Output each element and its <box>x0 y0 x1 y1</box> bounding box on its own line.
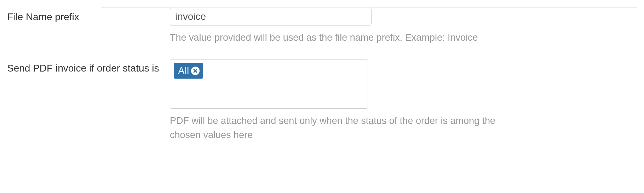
tag-all: All <box>174 63 203 79</box>
order-status-help: PDF will be attached and sent only when … <box>170 114 517 142</box>
file-name-prefix-control: The value provided will be used as the f… <box>170 8 637 45</box>
tag-label: All <box>178 64 189 77</box>
form-row-order-status: Send PDF invoice if order status is All … <box>7 59 637 142</box>
form-row-file-name-prefix: File Name prefix The value provided will… <box>7 8 637 45</box>
order-status-control: All PDF will be attached and sent only w… <box>170 59 637 142</box>
file-name-prefix-help: The value provided will be used as the f… <box>170 30 517 45</box>
file-name-prefix-label: File Name prefix <box>7 8 166 23</box>
order-status-tag-input[interactable]: All <box>170 59 368 109</box>
order-status-label: Send PDF invoice if order status is <box>7 59 166 74</box>
file-name-prefix-input[interactable] <box>170 8 372 25</box>
close-icon[interactable] <box>191 67 200 75</box>
